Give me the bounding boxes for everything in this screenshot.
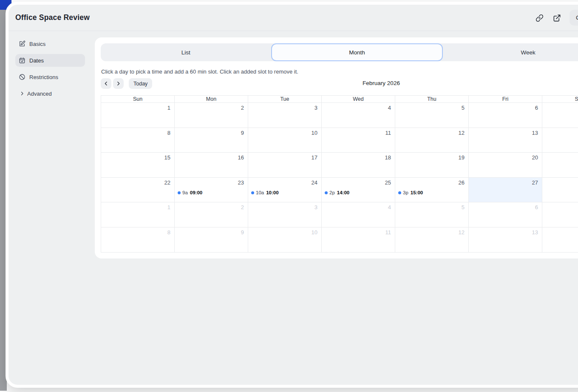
external-link-icon xyxy=(553,14,561,22)
next-month-button[interactable] xyxy=(113,78,124,89)
calendar-day-cell[interactable]: 18 xyxy=(322,153,395,178)
day-number: 16 xyxy=(175,153,248,161)
dialog-header: Office Space Review Close xyxy=(8,5,578,31)
calendar-day-cell[interactable]: 2410a10:00 xyxy=(248,178,322,203)
month-calendar: SunMonTueWedThuFriSat 123456789101112131… xyxy=(101,95,578,253)
sidebar-item-advanced[interactable]: Advanced xyxy=(15,87,85,100)
calendar-day-cell[interactable]: 28 xyxy=(542,178,578,203)
sidebar-item-label: Dates xyxy=(29,57,44,64)
sidebar-item-dates[interactable]: Dates xyxy=(15,54,85,67)
calendar-day-cell[interactable]: 14 xyxy=(542,227,578,253)
calendar-day-cell[interactable]: 7 xyxy=(542,103,578,128)
slot-hour-abbr: 3p xyxy=(403,190,408,196)
day-number: 12 xyxy=(395,128,468,136)
calendar-day-cell[interactable]: 5 xyxy=(395,103,469,128)
link-icon xyxy=(536,14,544,22)
calendar-day-cell[interactable]: 7 xyxy=(542,202,578,227)
calendar-day-cell[interactable]: 22 xyxy=(101,178,175,203)
slot-dot-icon xyxy=(398,191,401,194)
open-external-button[interactable] xyxy=(549,10,564,26)
calendar-day-cell[interactable]: 1 xyxy=(101,103,175,128)
day-number: 2 xyxy=(175,103,248,111)
day-number: 4 xyxy=(322,202,395,211)
calendar-day-cell[interactable]: 252p14:00 xyxy=(322,178,395,203)
day-number: 14 xyxy=(542,128,578,136)
weekday-header-thu: Thu xyxy=(395,96,469,103)
calendar-day-cell[interactable]: 2 xyxy=(175,202,248,227)
day-number: 9 xyxy=(175,128,248,136)
day-number: 21 xyxy=(542,153,578,161)
time-slot[interactable]: 9a09:00 xyxy=(178,190,248,196)
day-number: 25 xyxy=(322,178,395,186)
calendar-day-cell[interactable]: 263p15:00 xyxy=(395,178,469,203)
calendar-day-cell[interactable]: 9 xyxy=(175,227,248,253)
day-number: 1 xyxy=(101,103,174,111)
calendar-day-cell[interactable]: 10 xyxy=(248,128,322,153)
time-slot[interactable]: 10a10:00 xyxy=(251,190,321,196)
calendar-day-cell[interactable]: 3 xyxy=(248,103,322,128)
day-number: 26 xyxy=(395,178,468,186)
calendar-day-cell[interactable]: 13 xyxy=(469,227,542,253)
day-number: 1 xyxy=(101,202,174,211)
prev-month-button[interactable] xyxy=(101,78,111,89)
calendar-day-cell[interactable]: 4 xyxy=(322,202,395,227)
calendar-day-cell[interactable]: 11 xyxy=(322,128,395,153)
sidebar-item-basics[interactable]: Basics xyxy=(15,37,85,50)
tab-week[interactable]: Week xyxy=(443,43,578,61)
calendar-day-cell[interactable]: 3 xyxy=(248,202,322,227)
calendar-day-cell[interactable]: 14 xyxy=(542,128,578,153)
day-number: 24 xyxy=(248,178,321,186)
calendar-day-cell[interactable]: 8 xyxy=(101,227,175,253)
calendar-day-cell[interactable]: 12 xyxy=(395,227,469,253)
office-space-review-dialog: Office Space Review Close xyxy=(6,2,578,388)
calendar-day-cell[interactable]: 15 xyxy=(101,153,175,178)
day-number: 11 xyxy=(322,227,395,236)
time-slot[interactable]: 2p14:00 xyxy=(325,190,395,196)
calendar-day-cell[interactable]: 8 xyxy=(101,128,175,153)
calendar-day-cell[interactable]: 4 xyxy=(322,103,395,128)
sidebar-item-label: Advanced xyxy=(27,91,52,97)
calendar-day-cell[interactable]: 12 xyxy=(395,128,469,153)
calendar-icon xyxy=(19,57,26,64)
calendar-day-cell[interactable]: 13 xyxy=(469,128,542,153)
day-number: 23 xyxy=(175,178,248,186)
time-slot[interactable]: 3p15:00 xyxy=(398,190,468,196)
slot-hour-abbr: 10a xyxy=(256,190,264,196)
calendar-day-cell[interactable]: 9 xyxy=(175,128,248,153)
calendar-day-cell[interactable]: 21 xyxy=(542,153,578,178)
dates-panel: List Month Week Click a day to pick a ti… xyxy=(95,37,578,258)
calendar-day-cell[interactable]: 19 xyxy=(395,153,469,178)
slot-time-label: 15:00 xyxy=(411,190,423,196)
calendar-day-cell[interactable]: 5 xyxy=(395,202,469,227)
calendar-day-cell[interactable]: 11 xyxy=(322,227,395,253)
calendar-day-cell[interactable]: 20 xyxy=(469,153,542,178)
calendar-day-cell[interactable]: 239a09:00 xyxy=(175,178,248,203)
calendar-day-cell[interactable]: 10 xyxy=(248,227,322,253)
calendar-day-cell[interactable]: 27 xyxy=(469,178,542,203)
chevron-right-icon xyxy=(116,81,121,86)
tab-list[interactable]: List xyxy=(101,43,271,61)
day-number: 13 xyxy=(469,128,542,136)
sidebar-item-restrictions[interactable]: Restrictions xyxy=(15,71,85,83)
weekday-header-tue: Tue xyxy=(248,96,322,103)
tab-month[interactable]: Month xyxy=(271,43,443,61)
ban-icon xyxy=(19,74,26,80)
day-number: 6 xyxy=(469,202,542,211)
calendar-day-cell[interactable]: 1 xyxy=(101,202,175,227)
view-switcher: List Month Week xyxy=(101,43,578,61)
day-number: 22 xyxy=(101,178,174,186)
slot-hour-abbr: 2p xyxy=(329,190,335,196)
copy-link-button[interactable] xyxy=(532,10,547,26)
month-title: February 2026 xyxy=(330,80,432,86)
today-button[interactable]: Today xyxy=(129,78,152,89)
calendar-day-cell[interactable]: 6 xyxy=(469,202,542,227)
calendar-day-cell[interactable]: 17 xyxy=(248,153,322,178)
calendar-day-cell[interactable]: 2 xyxy=(175,103,248,128)
day-number: 27 xyxy=(469,178,542,186)
sidebar-item-label: Basics xyxy=(29,41,45,47)
day-number: 19 xyxy=(395,153,468,161)
calendar-day-cell[interactable]: 16 xyxy=(175,153,248,178)
weekday-header-wed: Wed xyxy=(322,96,395,103)
close-button[interactable]: Close xyxy=(570,10,578,26)
calendar-day-cell[interactable]: 6 xyxy=(469,103,542,128)
